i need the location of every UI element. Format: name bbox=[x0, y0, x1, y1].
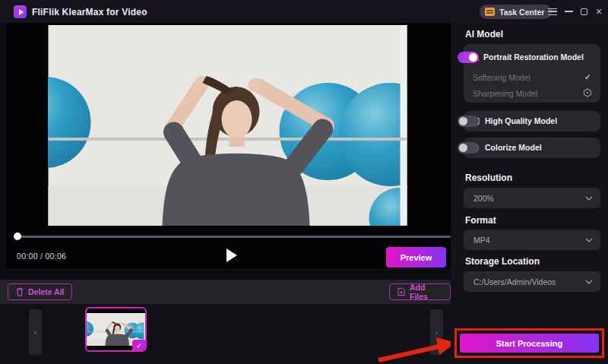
add-file-icon bbox=[397, 287, 405, 296]
minimize-button[interactable] bbox=[562, 6, 575, 17]
preview-button[interactable]: Preview bbox=[386, 247, 446, 267]
scroll-left-button[interactable]: ‹ bbox=[29, 309, 42, 355]
app-logo-icon bbox=[14, 5, 27, 18]
annotation-arrow bbox=[374, 335, 459, 364]
chevron-down-icon bbox=[585, 280, 593, 284]
add-files-button[interactable]: Add Files bbox=[389, 283, 451, 300]
video-frame bbox=[48, 25, 407, 226]
settings-panel: AI Model Portrait Restoration Model Soft… bbox=[451, 23, 608, 364]
check-icon: ✓ bbox=[136, 342, 142, 350]
task-center-label: Task Center bbox=[499, 8, 544, 17]
delete-all-label: Delete All bbox=[28, 287, 64, 296]
resolution-value: 200% bbox=[473, 194, 585, 203]
high-quality-card: High Quality Model bbox=[464, 111, 600, 131]
storage-header: Storage Location bbox=[465, 256, 540, 267]
title-bar: FliFlik KlearMax for Video Task Center × bbox=[0, 0, 608, 23]
time-display: 00:00 / 00:06 bbox=[17, 252, 66, 261]
app-title: FliFlik KlearMax for Video bbox=[32, 7, 147, 17]
task-list-icon bbox=[485, 8, 495, 16]
high-quality-toggle[interactable] bbox=[458, 116, 479, 127]
trash-icon bbox=[16, 287, 24, 296]
sharpening-model-option[interactable]: Sharpening Model bbox=[473, 89, 537, 98]
play-button[interactable] bbox=[226, 248, 237, 262]
format-value: MP4 bbox=[473, 236, 585, 245]
add-files-label: Add Files bbox=[410, 283, 442, 301]
colorize-label: Colorize Model bbox=[485, 143, 542, 152]
selected-check-badge: ✓ bbox=[132, 340, 146, 351]
file-action-bar: Delete All Add Files bbox=[0, 280, 451, 304]
chevron-down-icon bbox=[585, 196, 593, 201]
storage-dropdown[interactable]: C:/Users/Admin/Videos bbox=[464, 271, 600, 292]
app-window: FliFlik KlearMax for Video Task Center × bbox=[0, 0, 608, 364]
maximize-button[interactable] bbox=[578, 6, 590, 17]
colorize-toggle[interactable] bbox=[458, 142, 479, 154]
storage-value: C:/Users/Admin/Videos bbox=[473, 277, 585, 286]
delete-all-button[interactable]: Delete All bbox=[8, 283, 72, 300]
seek-bar[interactable] bbox=[14, 236, 451, 238]
portrait-model-label: Portrait Restoration Model bbox=[483, 52, 584, 62]
close-button[interactable]: × bbox=[593, 6, 605, 17]
chevron-down-icon bbox=[585, 238, 593, 242]
check-icon: ✓ bbox=[584, 72, 591, 82]
format-header: Format bbox=[465, 215, 496, 226]
portrait-restoration-card: Portrait Restoration Model Softening Mod… bbox=[464, 44, 600, 103]
high-quality-label: High Quality Model bbox=[485, 116, 557, 125]
format-dropdown[interactable]: MP4 bbox=[464, 229, 600, 250]
start-processing-button[interactable]: Start Processing bbox=[460, 334, 599, 353]
chevron-left-icon: ‹ bbox=[34, 328, 37, 337]
seek-handle[interactable] bbox=[14, 233, 21, 240]
portrait-model-toggle[interactable] bbox=[458, 52, 479, 63]
video-thumbnail[interactable]: ✓ bbox=[85, 307, 147, 352]
model-download-icon bbox=[583, 88, 592, 97]
softening-model-option[interactable]: Softening Model bbox=[473, 73, 530, 82]
video-player: 00:00 / 00:06 Preview bbox=[6, 23, 451, 268]
ai-model-header: AI Model bbox=[465, 29, 503, 40]
resolution-header: Resolution bbox=[465, 173, 512, 183]
task-center-button[interactable]: Task Center bbox=[480, 5, 552, 19]
colorize-card: Colorize Model bbox=[464, 138, 600, 158]
resolution-dropdown[interactable]: 200% bbox=[464, 188, 600, 208]
menu-icon[interactable] bbox=[546, 6, 559, 17]
annotation-highlight-box: Start Processing bbox=[454, 328, 604, 358]
